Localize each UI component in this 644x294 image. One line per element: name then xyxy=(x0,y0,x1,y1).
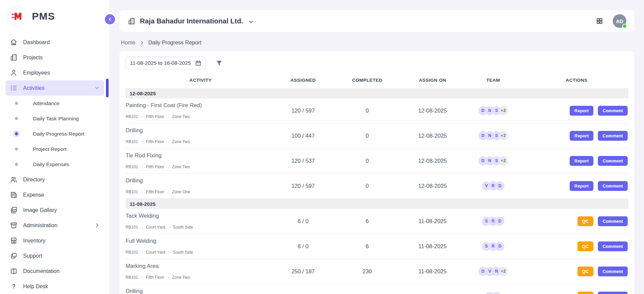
sidebar-item-documentation[interactable]: Documentation xyxy=(5,263,104,279)
team-avatars: DVN+2 xyxy=(461,267,525,276)
completed-value: 0 xyxy=(331,183,404,189)
directory-icon xyxy=(10,176,18,183)
sidebar-item-employees[interactable]: Employees xyxy=(5,65,104,80)
sidebar-item-activities[interactable]: Activities xyxy=(5,80,104,96)
assign-on-value: 11-08-2025 xyxy=(404,268,461,275)
sidebar-subitem-daily-expenses[interactable]: Daily Expenses xyxy=(5,157,104,172)
path-segment: Zone Two xyxy=(172,114,190,119)
comment-button[interactable]: Comment xyxy=(598,292,628,294)
team-member-badge: D xyxy=(495,217,504,226)
qc-button[interactable]: QC xyxy=(577,267,594,276)
submenu: Attendance Daily Task Planning Daily Pro… xyxy=(5,96,104,172)
activity-path: RB101Fifth FloorZone Two xyxy=(126,164,272,169)
app-logo-icon xyxy=(7,6,27,26)
sidebar-subitem-daily-progress-report[interactable]: Daily Progress Report xyxy=(5,126,104,141)
comment-button[interactable]: Comment xyxy=(598,106,628,116)
activities-icon xyxy=(10,84,18,92)
sidebar-subitem-project-report[interactable]: Project Report xyxy=(5,141,104,157)
chevron-right-icon xyxy=(167,115,170,118)
report-button[interactable]: Report xyxy=(570,131,593,141)
path-segment: South Side xyxy=(173,250,193,255)
sidebar-item-support[interactable]: Support xyxy=(5,248,104,263)
path-segment: Zone One xyxy=(172,190,190,194)
chevron-right-icon xyxy=(168,226,171,229)
comment-button[interactable]: Comment xyxy=(598,241,628,251)
sidebar-item-label: Administration xyxy=(23,222,57,229)
sidebar-item-dashboard[interactable]: Dashboard xyxy=(5,35,104,50)
completed-value: 0 xyxy=(331,107,404,114)
sidebar-item-expense[interactable]: Expense xyxy=(5,187,104,202)
path-segment: RB101 xyxy=(126,114,138,119)
path-segment: RB101 xyxy=(126,275,138,280)
brand: PMS xyxy=(0,0,110,33)
sidebar-item-help-desk[interactable]: Help Desk xyxy=(5,279,104,294)
activity-path: RB101Fifth FloorZone Two xyxy=(126,275,272,280)
path-segment: Court Yard xyxy=(146,225,165,230)
assign-on-value: 11-08-2025 xyxy=(404,243,461,250)
filter-icon[interactable] xyxy=(215,59,223,67)
comment-button[interactable]: Comment xyxy=(598,131,628,141)
bullet-icon xyxy=(15,117,18,120)
team-member-badge: +2 xyxy=(499,156,508,165)
sidebar-item-administration[interactable]: Administration xyxy=(5,218,104,233)
breadcrumb: Home Daily Progress Report xyxy=(121,40,633,46)
breadcrumb-home[interactable]: Home xyxy=(121,40,135,46)
sidebar-item-label: Expense xyxy=(23,192,44,198)
activity-title: Tie Rod Fixing xyxy=(126,152,272,159)
qc-button[interactable]: QC xyxy=(577,292,594,294)
chevron-right-icon xyxy=(141,191,144,194)
apps-grid-icon[interactable] xyxy=(596,17,603,25)
sidebar-subitem-label: Daily Progress Report xyxy=(33,131,85,137)
company-selector[interactable]: Raja Bahadur International Ltd. xyxy=(128,17,254,25)
activity-path: RB101Fifth FloorZone Two xyxy=(126,114,272,119)
chevron-right-icon xyxy=(167,140,170,143)
sidebar-item-inventory[interactable]: Inventory xyxy=(5,233,104,248)
sidebar-subitem-attendance[interactable]: Attendance xyxy=(5,96,104,111)
bullet-icon xyxy=(15,132,18,135)
filter-row: 11-08-2025 to 16-08-2025 xyxy=(126,57,628,70)
activity-title: Drilling xyxy=(126,127,272,134)
topbar-right: AD xyxy=(596,14,626,28)
team-member-badge: +2 xyxy=(499,267,508,276)
qc-button[interactable]: QC xyxy=(577,216,594,226)
path-segment: RB101 xyxy=(126,164,138,169)
sidebar-item-label: Directory xyxy=(23,177,45,183)
date-range-value: 11-08-2025 to 16-08-2025 xyxy=(130,60,191,66)
date-range-input[interactable]: 11-08-2025 to 16-08-2025 xyxy=(126,57,206,70)
assign-on-value: 12-08-2025 xyxy=(404,107,461,114)
comment-button[interactable]: Comment xyxy=(598,216,628,226)
table-row: Painting - First Coat (Fire Red) RB101Fi… xyxy=(126,98,628,123)
activity-title: Drilling xyxy=(126,288,272,294)
comment-button[interactable]: Comment xyxy=(598,181,628,191)
sidebar-item-label: Image Gallary xyxy=(23,207,57,213)
chevron-right-icon xyxy=(140,40,144,45)
team-member-badge: D xyxy=(495,242,504,251)
qc-button[interactable]: QC xyxy=(577,241,594,251)
support-icon xyxy=(10,252,18,260)
activity-title: Painting - First Coat (Fire Red) xyxy=(126,102,272,109)
sidebar-collapse-button[interactable] xyxy=(105,14,115,24)
sidebar-item-label: Inventory xyxy=(23,238,45,244)
assigned-value: 100 / 447 xyxy=(275,133,331,139)
path-segment: South Side xyxy=(173,225,193,230)
report-button[interactable]: Report xyxy=(570,181,593,191)
table-row: Drilling RB101Fifth FloorZone One 120 / … xyxy=(126,174,628,199)
assigned-value: 6 / 0 xyxy=(275,218,331,224)
sidebar-item-image-gallary[interactable]: Image Gallary xyxy=(5,202,104,218)
comment-button[interactable]: Comment xyxy=(598,267,628,276)
team-member-badge: +2 xyxy=(499,131,508,140)
report-button[interactable]: Report xyxy=(570,106,593,116)
comment-button[interactable]: Comment xyxy=(598,156,628,166)
chevron-right-icon xyxy=(141,165,144,169)
path-segment: Fifth Floor xyxy=(146,190,164,194)
chevron-right-icon xyxy=(167,165,170,169)
team-member-badge: +2 xyxy=(499,106,508,115)
sidebar-item-directory[interactable]: Directory xyxy=(5,172,104,187)
activity-path: RB101Fifth FloorZone Two xyxy=(126,139,272,144)
report-button[interactable]: Report xyxy=(570,156,593,166)
sidebar-item-projects[interactable]: Projects xyxy=(5,50,104,65)
sidebar-subitem-daily-task-planning[interactable]: Daily Task Planning xyxy=(5,111,104,126)
user-avatar[interactable]: AD xyxy=(613,14,626,28)
activity-title: Marking Area xyxy=(126,263,272,269)
chevron-right-icon xyxy=(141,276,144,279)
